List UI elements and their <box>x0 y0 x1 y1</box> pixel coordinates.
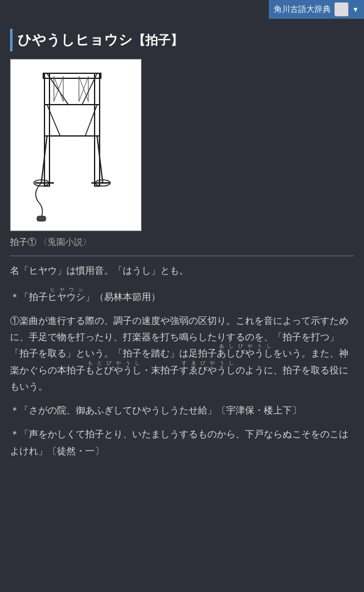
ruby-motobiyaushi: もとびやうしもとびやうし <box>85 365 142 375</box>
ruby-ashibiyaushi: あしびやうしあしびやうし <box>217 348 273 358</box>
definition-body: 名「ヒヤウ」は慣用音。「はうし」とも。 ＊「拍子ヒヤウシヒヤウシ」（易林本節用）… <box>10 262 354 459</box>
top-bar-label: 角川古語大辞典 <box>274 3 331 16</box>
def-citation-2: ＊「さがの院、御あふぎしてひやうしうたせ給」〔宇津保・楼上下〕 <box>10 402 354 418</box>
caption-text: 拍子① <box>10 235 36 249</box>
entry-title: ひやうしヒョウシ【拍子】 <box>10 29 354 51</box>
svg-rect-0 <box>19 67 132 224</box>
ruby-suebiyaushi: すゑびやうしすゑびやうし <box>179 365 236 375</box>
def-citation-1: ＊「拍子ヒヤウシヒヤウシ」（易林本節用） <box>10 287 354 305</box>
image-caption: 拍子① 〈兎園小説〉 <box>10 235 354 249</box>
def-main-1: ①楽曲が進行する際の、調子の速度や強弱の区切り。これを音によって示すために、手足… <box>10 313 354 395</box>
entry-image-svg <box>19 67 132 224</box>
def-note-1: 名「ヒヤウ」は慣用音。「はうし」とも。 <box>10 262 354 279</box>
ruby-kagura: かぐら <box>19 365 48 375</box>
ruby-hyaushi-1: ヒヤウシヒヤウシ <box>48 291 85 302</box>
top-bar-thumbnail <box>335 3 348 16</box>
main-content: ひやうしヒョウシ【拍子】 <box>0 0 364 479</box>
def-citation-3: ＊「声をかしくて拍子とり、いたましうするものから、下戸ならぬこそをのこはよけれ」… <box>10 426 354 459</box>
title-katakana: ヒョウシ <box>75 32 133 48</box>
section-divider <box>10 256 354 256</box>
title-hiragana: ひやうし <box>18 32 75 48</box>
title-kanji: 【拍子】 <box>133 33 183 47</box>
top-bar: 角川古語大辞典 ▼ <box>269 0 364 19</box>
svg-rect-16 <box>37 216 46 221</box>
entry-image-container <box>10 59 142 231</box>
top-bar-arrow[interactable]: ▼ <box>352 4 359 15</box>
caption-source: 〈兎園小説〉 <box>39 235 91 249</box>
